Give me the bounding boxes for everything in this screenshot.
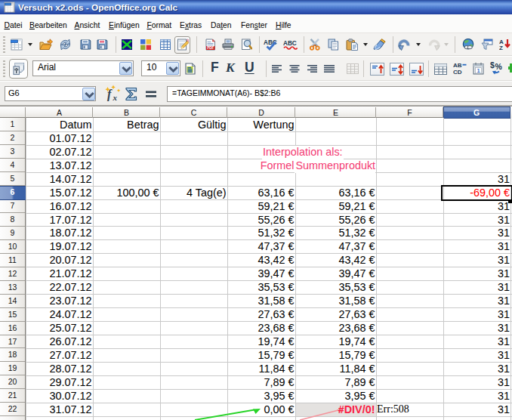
svg-text:ABC: ABC bbox=[283, 40, 297, 47]
svg-text:AB: AB bbox=[453, 62, 462, 69]
svg-text:$: $ bbox=[490, 60, 495, 69]
svg-text:x: x bbox=[113, 93, 118, 102]
svg-text:PDF: PDF bbox=[207, 46, 214, 50]
svg-text:1: 1 bbox=[477, 67, 480, 74]
svg-text:Z: Z bbox=[499, 45, 503, 51]
svg-text:CD: CD bbox=[453, 69, 462, 76]
svg-text:%: % bbox=[495, 62, 503, 71]
